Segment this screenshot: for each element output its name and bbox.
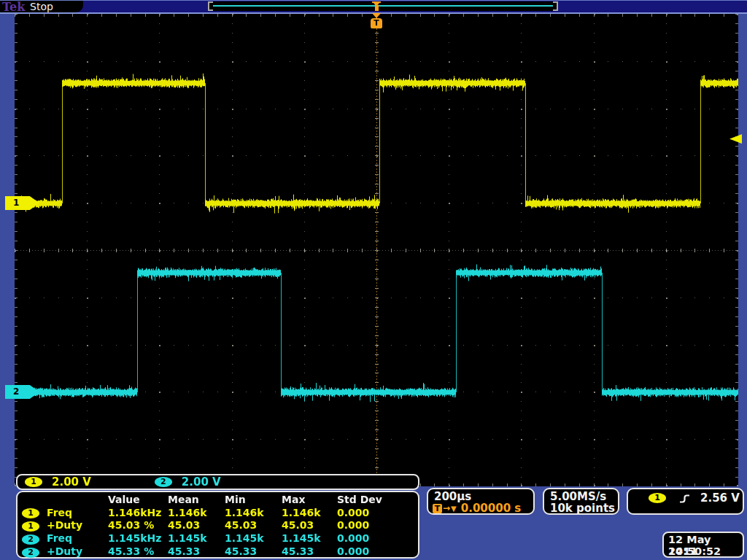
measurement-name: Freq: [47, 532, 108, 544]
record-trigger-position-icon[interactable]: [372, 1, 381, 11]
trigger-down-arrow-icon: [372, 13, 381, 18]
measurement-min: 1.146k: [225, 507, 282, 518]
col-header-min: Min: [225, 494, 282, 505]
measurement-value: 1.146kHz: [108, 507, 168, 518]
timebase-readout: 200µs T → ▼ 0.00000 s: [427, 488, 535, 515]
measurement-stddev: 0.000: [337, 519, 417, 531]
record-right-bracket-icon: [553, 1, 558, 11]
channel-scale-readout: 1 2.00 V 2 2.00 V: [16, 474, 419, 490]
arrow-right-icon: →: [443, 503, 450, 513]
col-header-mean: Mean: [168, 494, 225, 505]
waveform-display: T 1 2: [15, 14, 738, 486]
measurement-value: 45.03 %: [108, 519, 168, 531]
channel2-scale: 2.00 V: [182, 475, 221, 489]
channel2-badge: 2: [155, 477, 172, 487]
record-left-bracket-icon: [208, 1, 213, 11]
row-badge: 2: [22, 532, 47, 545]
measurement-stddev: 0.000: [337, 507, 417, 518]
measurement-name: +Duty: [47, 545, 108, 557]
topbar-hairline: [0, 0, 747, 1]
time-value: 14:50:52: [668, 545, 721, 557]
measurement-min: 45.33: [225, 545, 282, 557]
brand-tab: Tek Stop: [0, 0, 83, 12]
top-status-bar: Tek Stop: [0, 0, 747, 12]
trigger-t-icon: T: [433, 504, 442, 513]
measurement-max: 1.145k: [282, 532, 337, 544]
measurement-mean: 1.145k: [168, 532, 225, 544]
measurement-min: 45.03: [225, 519, 282, 531]
trigger-level-value: 2.56 V: [700, 491, 740, 505]
measurement-table: Value Mean Min Max Std Dev 1 Freq 1.146k…: [16, 491, 419, 559]
col-header-stddev: Std Dev: [337, 494, 417, 505]
record-view-bar[interactable]: [208, 1, 558, 11]
measurement-max: 45.33: [282, 545, 337, 557]
rising-edge-icon: [679, 493, 690, 504]
row-badge: 1: [22, 519, 47, 532]
trigger-position-value: 0.00000 s: [461, 502, 521, 515]
row-badge: 2: [22, 545, 47, 558]
measurement-value: 45.33 %: [108, 545, 168, 557]
measurement-stddev: 0.000: [337, 545, 417, 557]
measurement-mean: 45.33: [168, 545, 225, 557]
datetime-readout: 12 May 2011 14:50:52: [662, 532, 744, 558]
acquisition-readout: 5.00MS/s 10k points: [543, 488, 619, 515]
triangle-down-icon: ▼: [451, 505, 457, 513]
measurement-max: 45.03: [282, 519, 337, 531]
col-header-value: Value: [108, 494, 168, 505]
trigger-position-marker[interactable]: T: [370, 13, 383, 28]
record-length: 10k points: [550, 502, 615, 515]
measurement-mean: 1.146k: [168, 507, 225, 518]
measurement-min: 1.145k: [225, 532, 282, 544]
acquisition-status: Stop: [30, 1, 53, 12]
oscilloscope-screen: Tek Stop T 1 2 1 2.00 V 2 2.00: [0, 0, 747, 560]
measurement-value: 1.145kHz: [108, 532, 168, 544]
measurement-stddev: 0.000: [337, 532, 417, 544]
measurement-name: Freq: [47, 507, 108, 518]
measurement-name: +Duty: [47, 519, 108, 531]
col-header-max: Max: [282, 494, 337, 505]
trigger-t-flag: T: [371, 18, 382, 28]
waveform-canvas: [15, 14, 738, 486]
trigger-readout: 1 2.56 V: [627, 488, 744, 515]
channel1-scale: 2.00 V: [52, 475, 91, 489]
channel1-badge: 1: [25, 477, 42, 487]
row-badge: 1: [22, 506, 47, 518]
record-waveform-line: [213, 5, 553, 7]
measurement-mean: 45.03: [168, 519, 225, 531]
trigger-source-badge: 1: [649, 493, 666, 503]
measurement-max: 1.146k: [282, 507, 337, 518]
